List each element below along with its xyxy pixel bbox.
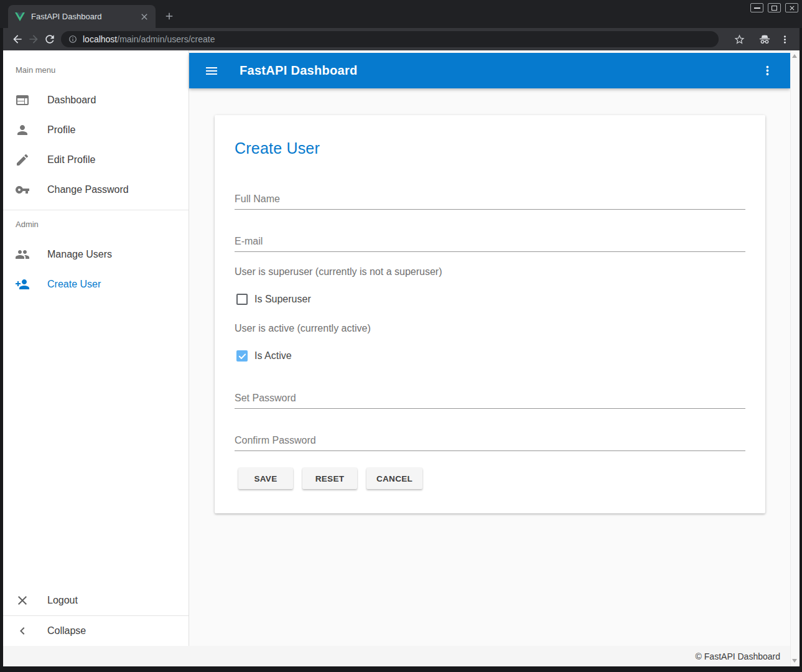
pencil-icon <box>15 152 30 167</box>
forward-button[interactable] <box>27 33 40 45</box>
sidebar-item-profile[interactable]: Profile <box>3 115 189 145</box>
check-icon <box>238 352 247 361</box>
sidebar-item-collapse[interactable]: Collapse <box>3 616 189 646</box>
browser-menu-icon[interactable] <box>779 34 791 45</box>
content-area: Create User User is superuser (currently… <box>189 88 790 646</box>
superuser-checkbox-row: Is Superuser <box>235 293 745 306</box>
chevron-left-icon <box>15 623 30 638</box>
email-input[interactable] <box>235 232 745 251</box>
active-checkbox[interactable] <box>236 350 248 362</box>
url-text: localhost/main/admin/users/create <box>83 34 215 44</box>
people-icon <box>15 247 30 262</box>
person-icon <box>15 123 30 138</box>
url-path: /main/admin/users/create <box>117 34 215 44</box>
full-name-field <box>235 167 745 210</box>
copyright-text: © FastAPI Dashboard <box>696 651 780 661</box>
save-button[interactable]: SAVE <box>238 468 293 489</box>
superuser-hint: User is superuser (currently is not a su… <box>235 266 745 278</box>
tab-title: FastAPI Dashboard <box>31 12 139 21</box>
superuser-checkbox-label: Is Superuser <box>254 294 311 305</box>
sidebar-item-label: Logout <box>47 595 78 606</box>
create-user-card: Create User User is superuser (currently… <box>215 115 765 513</box>
incognito-icon[interactable] <box>758 32 772 46</box>
browser-toolbar: localhost/main/admin/users/create <box>3 28 800 50</box>
button-row: SAVE RESET CANCEL <box>238 468 745 489</box>
sidebar-item-label: Dashboard <box>47 95 96 106</box>
url-host: localhost <box>83 34 117 44</box>
web-icon <box>15 93 30 108</box>
person-add-icon <box>15 277 30 292</box>
sidebar-item-change-password[interactable]: Change Password <box>3 175 189 205</box>
page-scrollbar[interactable] <box>790 50 800 666</box>
sidebar-item-create-user[interactable]: Create User <box>3 269 189 299</box>
sidebar-item-label: Collapse <box>47 625 86 637</box>
cancel-button[interactable]: CANCEL <box>366 468 422 489</box>
main-area: FastAPI Dashboard Create User User is su… <box>189 50 790 646</box>
sidebar-divider <box>3 210 189 210</box>
hamburger-menu-icon[interactable] <box>204 63 219 78</box>
window-minimize-button[interactable] <box>750 3 763 12</box>
confirm-password-field <box>235 409 745 451</box>
back-button[interactable] <box>11 33 24 45</box>
card-title: Create User <box>235 115 745 157</box>
window-close-button[interactable] <box>785 3 798 12</box>
browser-window: FastAPI Dashboard localhost/main/admin/u… <box>0 0 802 672</box>
scrollbar-down-arrow[interactable] <box>792 659 797 663</box>
sidebar-item-label: Edit Profile <box>47 154 95 166</box>
sidebar-section-admin: Admin <box>16 220 189 230</box>
page-viewport: Main menu Dashboard Profile Edit Profile <box>3 50 800 666</box>
sidebar: Main menu Dashboard Profile Edit Profile <box>3 50 189 646</box>
browser-titlebar: FastAPI Dashboard <box>0 0 802 28</box>
scrollbar-up-arrow[interactable] <box>792 54 797 58</box>
browser-tab[interactable]: FastAPI Dashboard <box>8 5 156 28</box>
new-tab-button[interactable] <box>164 11 175 22</box>
sidebar-item-label: Change Password <box>47 184 129 195</box>
reload-button[interactable] <box>44 33 56 45</box>
sidebar-item-edit-profile[interactable]: Edit Profile <box>3 145 189 175</box>
site-info-icon[interactable] <box>68 35 77 44</box>
reset-button[interactable]: RESET <box>302 468 357 489</box>
superuser-checkbox[interactable] <box>236 294 248 305</box>
email-field <box>235 210 745 252</box>
app-bar: FastAPI Dashboard <box>189 53 790 88</box>
page-footer: © FastAPI Dashboard <box>3 646 790 666</box>
sidebar-item-label: Create User <box>47 279 101 290</box>
key-icon <box>15 182 30 197</box>
sidebar-item-label: Profile <box>47 124 75 136</box>
sidebar-item-logout[interactable]: Logout <box>3 586 189 615</box>
sidebar-item-dashboard[interactable]: Dashboard <box>3 85 189 115</box>
set-password-field <box>235 366 745 409</box>
bookmark-star-icon[interactable] <box>734 34 745 45</box>
active-checkbox-label: Is Active <box>254 350 292 362</box>
confirm-password-input[interactable] <box>235 431 745 450</box>
active-checkbox-row: Is Active <box>235 350 745 362</box>
window-maximize-button[interactable] <box>768 3 781 12</box>
app-title: FastAPI Dashboard <box>240 63 358 78</box>
full-name-input[interactable] <box>235 190 745 208</box>
close-icon <box>15 593 30 608</box>
active-hint: User is active (currently active) <box>235 322 745 335</box>
vue-logo-icon <box>15 12 25 21</box>
address-bar[interactable]: localhost/main/admin/users/create <box>61 31 719 47</box>
tab-close-icon[interactable] <box>139 12 149 22</box>
sidebar-item-manage-users[interactable]: Manage Users <box>3 240 189 269</box>
sidebar-item-label: Manage Users <box>47 249 112 260</box>
sidebar-section-main-menu: Main menu <box>16 65 189 75</box>
set-password-input[interactable] <box>235 389 745 408</box>
app-menu-icon[interactable] <box>760 63 775 78</box>
